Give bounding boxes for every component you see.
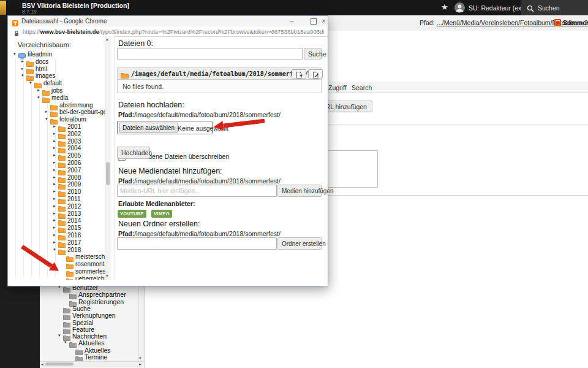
scrollbar-thumb[interactable]: [45, 362, 74, 366]
file-picker-window: Dateiauswahl - Google Chrome – × https:/…: [7, 15, 328, 286]
tree-item-label: sommerfest: [75, 268, 105, 275]
chevron-down-icon[interactable]: ▾: [37, 95, 40, 100]
tree-item-label: 2018: [67, 247, 81, 253]
minimize-icon[interactable]: –: [290, 17, 294, 25]
chevron-right-icon[interactable]: ▸: [21, 66, 24, 71]
chevron-right-icon[interactable]: ▸: [53, 204, 56, 209]
chevron-right-icon[interactable]: ▸: [53, 182, 56, 186]
site-title: BSV Viktoria Bielstein [Production]: [22, 2, 129, 9]
tree-item-label: Feature: [72, 326, 94, 333]
chevron-right-icon[interactable]: ▸: [53, 218, 56, 223]
tree-item-label: 2006: [67, 159, 81, 166]
chevron-right-icon[interactable]: ▸: [53, 131, 56, 136]
chevron-down-icon[interactable]: ▾: [45, 117, 48, 121]
tree-item-label: media: [51, 94, 68, 101]
tree-item-label: 2008: [67, 174, 81, 181]
typo3-topbar: BSV Viktoria Bielstein [Production] 8.7.…: [0, 0, 588, 15]
file-upload-input[interactable]: Dateien auswählen Keine ausgewählt: [117, 121, 213, 134]
record-icon: [554, 18, 561, 29]
chevron-right-icon[interactable]: ▸: [53, 139, 56, 144]
chevron-down-icon[interactable]: ▾: [53, 247, 56, 252]
tree-item-label: 2009: [67, 181, 81, 188]
address-bar[interactable]: https://www.bsv-bielstein.de/typo3/index…: [8, 26, 328, 37]
chevron-right-icon[interactable]: ▸: [53, 232, 56, 237]
bookmark-star-icon[interactable]: ★: [441, 2, 448, 12]
tree-item-label: fileadmin: [28, 51, 52, 58]
no-file-chosen-text: Keine ausgewählt: [178, 125, 228, 132]
folder-path: Pfad:/images/default/media/fotoalbum/201…: [118, 230, 281, 237]
chevron-down-icon[interactable]: ▾: [21, 73, 24, 78]
chevron-down-icon[interactable]: ▾: [58, 333, 61, 338]
folder-heading: Neuen Ordner erstellen:: [118, 220, 200, 228]
chevron-right-icon[interactable]: ▸: [53, 240, 56, 245]
chevron-right-icon[interactable]: ▸: [53, 160, 56, 165]
chevron-down-icon[interactable]: ▾: [29, 80, 32, 85]
topbar-search-label: Suchen: [538, 4, 560, 12]
close-icon[interactable]: ×: [322, 17, 325, 25]
tree-item-label: 2012: [67, 203, 81, 210]
tree-item-label: 2011: [67, 196, 81, 202]
tree-item-label: 2003: [67, 138, 81, 145]
scroll-down-icon[interactable]: ▾: [106, 274, 108, 278]
provider-badge-youtube: YOUTUBE: [118, 210, 146, 218]
no-files-row: No files found.: [117, 80, 322, 93]
search-button[interactable]: Suche: [304, 48, 322, 59]
chevron-right-icon[interactable]: ▸: [45, 109, 48, 114]
tree-vertical-scrollbar[interactable]: [105, 36, 111, 280]
folder-icon: [42, 94, 50, 105]
scroll-up-icon[interactable]: ▴: [106, 37, 108, 42]
tree-item-label: Suche: [72, 305, 91, 312]
tab-zugriff[interactable]: Zugriff: [328, 84, 347, 91]
scrollbar-thumb[interactable]: [106, 162, 110, 185]
chevron-right-icon[interactable]: ▸: [53, 211, 56, 216]
typo3-version: 8.7.19: [22, 9, 37, 15]
media-url-input[interactable]: [117, 185, 277, 197]
chevron-down-icon[interactable]: ▾: [64, 340, 67, 345]
tree-item-label: meisterschaft-: [75, 253, 105, 260]
window-titlebar[interactable]: Dateiauswahl - Google Chrome – ×: [8, 16, 328, 27]
user-avatar[interactable]: [454, 2, 465, 13]
tree-item-label: Nachrichten: [72, 332, 107, 340]
chevron-right-icon[interactable]: ▸: [53, 196, 56, 201]
scroll-left-icon[interactable]: ◂: [41, 362, 43, 367]
tab-search[interactable]: Search: [352, 84, 372, 91]
current-folder-path: /images/default/media/fotoalbum/2018/som…: [131, 71, 308, 77]
tree-item-label: Spezial: [72, 319, 93, 326]
site-logo: [0, 1, 6, 15]
chevron-down-icon[interactable]: ▾: [13, 52, 16, 56]
tree-item-label: 2017: [67, 239, 81, 246]
maximize-icon[interactable]: [311, 18, 317, 25]
create-folder-button[interactable]: Ordner erstellen: [277, 237, 322, 250]
media-heading: Neue Mediendatei hinzufügen:: [118, 167, 222, 175]
tree-item-label: fotoalbum: [59, 116, 86, 123]
provider-badge-vimeo: VIMEO: [151, 210, 172, 218]
file-search-input[interactable]: [117, 48, 303, 59]
chevron-right-icon[interactable]: ▸: [53, 189, 56, 194]
tree-item-label: 2013: [67, 210, 81, 217]
scroll-down-icon[interactable]: ▾: [139, 356, 141, 361]
tree-item-label: 2015: [67, 224, 81, 231]
new-file-button[interactable]: [292, 69, 306, 79]
tree-item-label: Ansprechpartner: [78, 291, 126, 298]
chevron-right-icon[interactable]: ▸: [53, 225, 56, 230]
edit-folder-button[interactable]: [308, 69, 323, 79]
add-media-button[interactable]: Medien hinzufügen: [277, 185, 322, 197]
chevron-right-icon[interactable]: ▸: [53, 145, 56, 150]
tree-item-label: 2007: [67, 167, 81, 174]
chevron-right-icon[interactable]: ▸: [53, 175, 56, 180]
chevron-right-icon[interactable]: ▸: [37, 88, 40, 93]
choose-files-button[interactable]: Dateien auswählen: [119, 123, 178, 132]
upload-button[interactable]: Hochladen: [117, 147, 150, 159]
upload-path: Pfad:/images/default/media/fotoalbum/201…: [118, 111, 281, 118]
new-folder-input[interactable]: [117, 237, 277, 250]
chevron-right-icon[interactable]: ▸: [21, 59, 24, 64]
tree-item-label: Registrierungen: [78, 298, 124, 305]
tree-item-label: default: [43, 80, 62, 86]
chevron-right-icon[interactable]: ▸: [53, 124, 56, 129]
tree-item-label: rosenmontags: [75, 261, 105, 267]
scroll-right-icon[interactable]: ▸: [139, 362, 141, 367]
tree-item-label: 2016: [67, 232, 81, 239]
chevron-right-icon[interactable]: ▸: [53, 167, 56, 172]
files-heading: Dateien 0:: [118, 39, 153, 48]
chevron-right-icon[interactable]: ▸: [53, 153, 56, 158]
